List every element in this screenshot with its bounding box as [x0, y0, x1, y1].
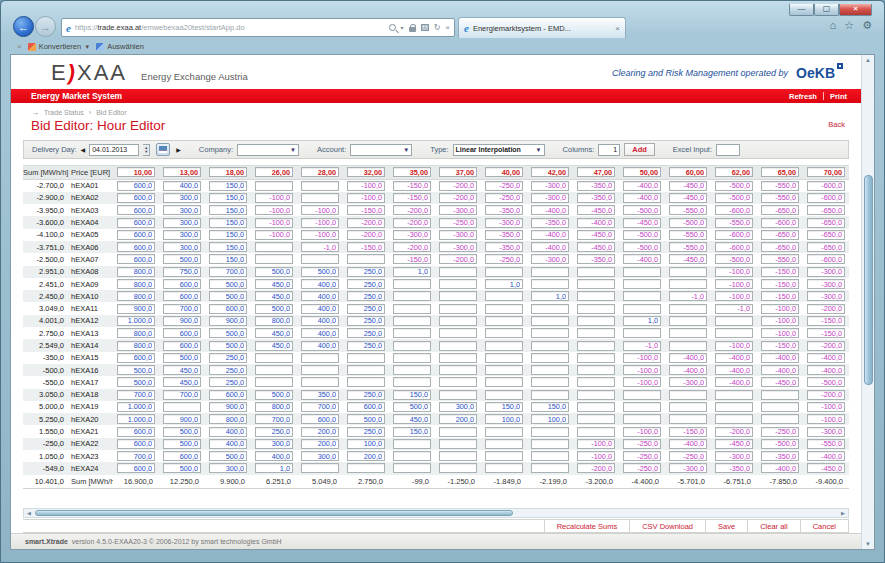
bid-cell-input[interactable]	[255, 242, 293, 252]
bid-cell-input[interactable]	[117, 242, 155, 252]
bid-cell-input[interactable]	[577, 267, 615, 277]
bid-cell-input[interactable]	[163, 181, 201, 191]
bid-cell-input[interactable]	[623, 316, 661, 326]
bid-cell-input[interactable]	[347, 463, 385, 473]
bid-cell-input[interactable]	[761, 341, 799, 351]
bid-cell-input[interactable]	[761, 279, 799, 289]
bid-cell-input[interactable]	[807, 254, 845, 264]
bid-cell-input[interactable]	[715, 230, 753, 240]
bid-cell-input[interactable]	[347, 304, 385, 314]
bid-cell-input[interactable]	[761, 377, 799, 387]
bid-cell-input[interactable]	[163, 341, 201, 351]
bid-cell-input[interactable]	[393, 414, 431, 424]
bid-cell-input[interactable]	[393, 181, 431, 191]
clear-all-button[interactable]: Clear all	[747, 520, 800, 532]
bid-cell-input[interactable]	[761, 291, 799, 301]
chevron-down-icon[interactable]: ▾	[401, 24, 404, 31]
bid-cell-input[interactable]	[531, 242, 569, 252]
bid-cell-input[interactable]	[255, 316, 293, 326]
bid-cell-input[interactable]	[163, 365, 201, 375]
price-header-input[interactable]	[209, 167, 247, 177]
favorites-star-icon[interactable]: ☆	[844, 19, 854, 32]
bid-cell-input[interactable]	[439, 230, 477, 240]
price-header-input[interactable]	[531, 167, 569, 177]
bid-cell-input[interactable]	[301, 205, 339, 215]
bid-cell-input[interactable]	[255, 328, 293, 338]
bid-cell-input[interactable]	[669, 451, 707, 461]
bid-cell-input[interactable]	[807, 193, 845, 203]
bid-cell-input[interactable]	[117, 181, 155, 191]
settings-gear-icon[interactable]: ⚙	[862, 19, 872, 32]
bid-cell-input[interactable]	[255, 390, 293, 400]
bid-cell-input[interactable]	[715, 377, 753, 387]
bid-cell-input[interactable]	[255, 402, 293, 412]
bid-cell-input[interactable]	[485, 328, 523, 338]
price-header-input[interactable]	[761, 167, 799, 177]
bid-cell-input[interactable]	[439, 181, 477, 191]
bid-cell-input[interactable]	[301, 365, 339, 375]
address-bar[interactable]: e https://trade.exaa.at/emwebexaa20test/…	[61, 18, 455, 37]
bid-cell-input[interactable]	[531, 218, 569, 228]
bid-cell-input[interactable]	[301, 230, 339, 240]
bid-cell-input[interactable]	[393, 439, 431, 449]
bid-cell-input[interactable]	[255, 218, 293, 228]
bid-cell-input[interactable]	[347, 230, 385, 240]
bid-cell-input[interactable]	[623, 414, 661, 424]
bid-cell-input[interactable]	[485, 218, 523, 228]
bid-cell-input[interactable]	[209, 279, 247, 289]
bid-cell-input[interactable]	[531, 427, 569, 437]
bid-cell-input[interactable]	[163, 242, 201, 252]
bid-cell-input[interactable]	[393, 377, 431, 387]
bid-cell-input[interactable]	[163, 193, 201, 203]
bid-cell-input[interactable]	[669, 254, 707, 264]
price-header-input[interactable]	[117, 167, 155, 177]
bid-cell-input[interactable]	[761, 451, 799, 461]
bid-cell-input[interactable]	[439, 279, 477, 289]
bid-cell-input[interactable]	[255, 463, 293, 473]
bid-cell-input[interactable]	[393, 353, 431, 363]
bid-cell-input[interactable]	[531, 205, 569, 215]
bid-cell-input[interactable]	[347, 205, 385, 215]
bid-cell-input[interactable]	[715, 402, 753, 412]
bid-cell-input[interactable]	[439, 377, 477, 387]
bid-cell-input[interactable]	[531, 377, 569, 387]
bid-cell-input[interactable]	[577, 328, 615, 338]
bid-cell-input[interactable]	[761, 267, 799, 277]
bid-cell-input[interactable]	[531, 304, 569, 314]
bid-cell-input[interactable]	[577, 427, 615, 437]
bid-cell-input[interactable]	[209, 439, 247, 449]
bid-cell-input[interactable]	[439, 390, 477, 400]
bid-cell-input[interactable]	[255, 427, 293, 437]
bid-cell-input[interactable]	[485, 414, 523, 424]
bid-cell-input[interactable]	[439, 291, 477, 301]
bid-cell-input[interactable]	[623, 439, 661, 449]
bid-cell-input[interactable]	[439, 328, 477, 338]
bid-cell-input[interactable]	[577, 242, 615, 252]
bid-cell-input[interactable]	[577, 341, 615, 351]
bid-cell-input[interactable]	[577, 193, 615, 203]
price-header-input[interactable]	[393, 167, 431, 177]
bid-cell-input[interactable]	[531, 181, 569, 191]
bid-cell-input[interactable]	[209, 377, 247, 387]
bid-cell-input[interactable]	[761, 365, 799, 375]
tab-close-icon[interactable]: ×	[615, 24, 620, 33]
bid-cell-input[interactable]	[485, 316, 523, 326]
scroll-left-icon[interactable]: ◀	[24, 510, 34, 516]
toolbar-close-icon[interactable]: ×	[17, 42, 22, 51]
bid-cell-input[interactable]	[531, 414, 569, 424]
bid-cell-input[interactable]	[715, 254, 753, 264]
bid-cell-input[interactable]	[347, 390, 385, 400]
bid-cell-input[interactable]	[531, 439, 569, 449]
bid-cell-input[interactable]	[163, 291, 201, 301]
bid-cell-input[interactable]	[531, 316, 569, 326]
bid-cell-input[interactable]	[163, 451, 201, 461]
bid-cell-input[interactable]	[117, 414, 155, 424]
bid-cell-input[interactable]	[669, 291, 707, 301]
bid-cell-input[interactable]	[577, 463, 615, 473]
bid-cell-input[interactable]	[715, 218, 753, 228]
bid-cell-input[interactable]	[485, 353, 523, 363]
bid-cell-input[interactable]	[715, 439, 753, 449]
bid-cell-input[interactable]	[715, 451, 753, 461]
bid-cell-input[interactable]	[669, 377, 707, 387]
bid-cell-input[interactable]	[393, 304, 431, 314]
